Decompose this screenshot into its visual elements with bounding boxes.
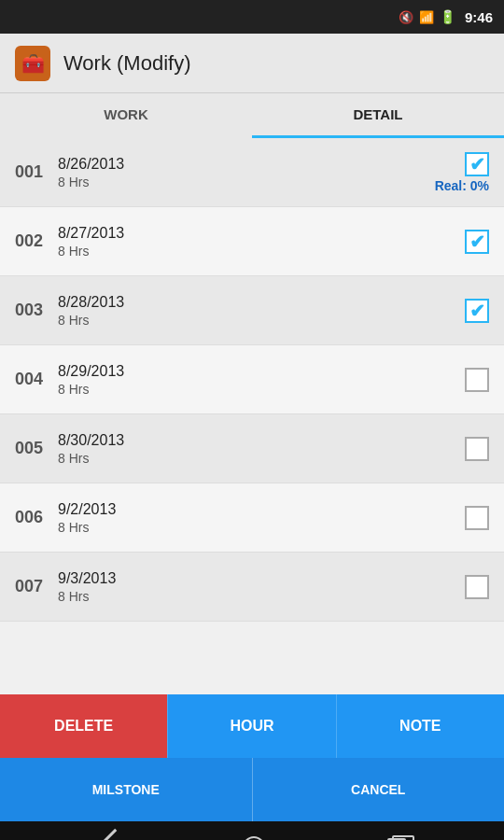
list-item: 004 8/29/2013 8 Hrs bbox=[0, 345, 504, 414]
row-hours: 8 Hrs bbox=[58, 175, 435, 189]
list-item: 002 8/27/2013 8 Hrs ✔ bbox=[0, 207, 504, 276]
row-hours: 8 Hrs bbox=[58, 244, 465, 259]
tab-detail[interactable]: DETAIL bbox=[252, 93, 504, 138]
app-header: 🧰 Work (Modify) bbox=[0, 34, 504, 93]
row-hours: 8 Hrs bbox=[58, 451, 465, 466]
row-info: 8/28/2013 8 Hrs bbox=[58, 294, 465, 328]
row-date: 9/3/2013 bbox=[58, 570, 465, 587]
signal-icon: 📶 bbox=[419, 10, 434, 24]
row-num: 002 bbox=[15, 231, 58, 251]
row-info: 8/26/2013 8 Hrs bbox=[58, 156, 435, 189]
app-icon: 🧰 bbox=[15, 46, 50, 81]
row-hours: 8 Hrs bbox=[58, 313, 465, 328]
row-info: 8/27/2013 8 Hrs bbox=[58, 225, 465, 259]
row-right bbox=[465, 368, 489, 392]
tab-work[interactable]: WORK bbox=[0, 93, 252, 138]
row-date: 8/29/2013 bbox=[58, 363, 465, 380]
tab-bar: WORK DETAIL bbox=[0, 93, 504, 138]
row-right bbox=[465, 506, 489, 530]
row-date: 8/27/2013 bbox=[58, 225, 465, 242]
note-button[interactable]: NOTE bbox=[336, 694, 504, 758]
row-info: 8/30/2013 8 Hrs bbox=[58, 432, 465, 466]
action-buttons: DELETE HOUR NOTE bbox=[0, 694, 504, 758]
home-button[interactable] bbox=[243, 836, 265, 840]
delete-button[interactable]: DELETE bbox=[0, 694, 167, 758]
hour-button[interactable]: HOUR bbox=[167, 694, 335, 758]
row-right: ✔ bbox=[465, 299, 489, 323]
milstone-button[interactable]: MILSTONE bbox=[0, 758, 252, 821]
real-text: Real: 0% bbox=[435, 178, 489, 193]
row-num: 007 bbox=[15, 577, 58, 596]
row-num: 001 bbox=[15, 162, 58, 182]
row-num: 003 bbox=[15, 301, 58, 320]
row-hours: 8 Hrs bbox=[58, 520, 465, 535]
page-title: Work (Modify) bbox=[63, 51, 191, 76]
row-num: 004 bbox=[15, 370, 58, 389]
row-checkbox[interactable]: ✔ bbox=[465, 299, 489, 323]
row-info: 9/3/2013 8 Hrs bbox=[58, 570, 465, 604]
row-right bbox=[465, 575, 489, 599]
row-right: ✔ Real: 0% bbox=[435, 152, 489, 193]
list-item: 005 8/30/2013 8 Hrs bbox=[0, 414, 504, 483]
status-bar: 🔇 📶 🔋 9:46 bbox=[0, 0, 504, 34]
row-info: 9/2/2013 8 Hrs bbox=[58, 501, 465, 535]
row-hours: 8 Hrs bbox=[58, 382, 465, 397]
back-icon bbox=[98, 833, 121, 841]
wifi-icon: 🔋 bbox=[440, 9, 455, 24]
work-list: 001 8/26/2013 8 Hrs ✔ Real: 0% 002 8/27/… bbox=[0, 138, 504, 694]
row-checkbox[interactable]: ✔ bbox=[465, 152, 489, 176]
row-num: 005 bbox=[15, 439, 58, 458]
row-right: ✔ bbox=[465, 230, 489, 254]
row-right bbox=[465, 437, 489, 461]
mute-icon: 🔇 bbox=[399, 10, 413, 24]
list-item: 006 9/2/2013 8 Hrs bbox=[0, 483, 504, 553]
row-date: 8/26/2013 bbox=[58, 156, 435, 173]
list-item: 007 9/3/2013 8 Hrs bbox=[0, 553, 504, 622]
status-time: 9:46 bbox=[465, 9, 493, 25]
list-item: 001 8/26/2013 8 Hrs ✔ Real: 0% bbox=[0, 138, 504, 207]
row-checkbox[interactable] bbox=[465, 437, 489, 461]
row-date: 8/30/2013 bbox=[58, 432, 465, 449]
toolbox-emoji: 🧰 bbox=[21, 52, 45, 75]
row-checkbox[interactable] bbox=[465, 368, 489, 392]
back-button[interactable] bbox=[98, 833, 121, 841]
row-num: 006 bbox=[15, 508, 58, 527]
row-info: 8/29/2013 8 Hrs bbox=[58, 363, 465, 397]
row-hours: 8 Hrs bbox=[58, 589, 465, 604]
row-date: 9/2/2013 bbox=[58, 501, 465, 518]
cancel-button[interactable]: CANCEL bbox=[252, 758, 505, 821]
row-checkbox[interactable] bbox=[465, 506, 489, 530]
nav-bar bbox=[0, 821, 504, 840]
row-checkbox[interactable] bbox=[465, 575, 489, 599]
list-item: 003 8/28/2013 8 Hrs ✔ bbox=[0, 276, 504, 345]
home-icon bbox=[243, 836, 265, 840]
row-checkbox[interactable]: ✔ bbox=[465, 230, 489, 254]
secondary-buttons: MILSTONE CANCEL bbox=[0, 758, 504, 821]
row-date: 8/28/2013 bbox=[58, 294, 465, 311]
